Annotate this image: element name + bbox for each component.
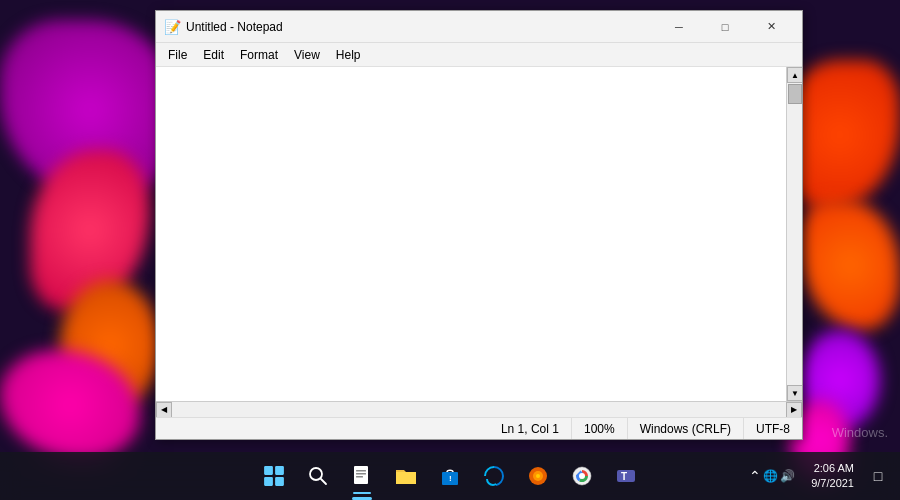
- tray-icons-group[interactable]: ⌃ 🌐 🔊: [743, 464, 801, 488]
- menu-file[interactable]: File: [160, 46, 195, 64]
- speaker-icon: 🔊: [780, 469, 795, 483]
- bg-blob-orange-right: [800, 200, 900, 330]
- system-tray: ⌃ 🌐 🔊 2:06 AM 9/7/2021 □: [743, 456, 892, 496]
- svg-point-16: [579, 473, 585, 479]
- vertical-scrollbar[interactable]: ▲ ▼: [786, 67, 802, 401]
- scroll-left-button[interactable]: ◀: [156, 402, 172, 418]
- notepad-taskbar-icon: [350, 464, 374, 488]
- firefox-button[interactable]: [518, 456, 558, 496]
- status-zoom: 100%: [572, 418, 628, 439]
- file-explorer-icon: [394, 464, 418, 488]
- close-button[interactable]: ✕: [748, 11, 794, 43]
- svg-line-5: [321, 479, 326, 484]
- windows-logo-icon: [263, 465, 285, 487]
- svg-rect-0: [264, 466, 273, 475]
- app-icon: 📝: [164, 19, 180, 35]
- teams-button[interactable]: T: [606, 456, 646, 496]
- network-icon: 🌐: [763, 469, 778, 483]
- file-explorer-button[interactable]: [386, 456, 426, 496]
- notification-icon: □: [874, 468, 882, 484]
- clock[interactable]: 2:06 AM 9/7/2021: [805, 459, 860, 494]
- edge-button[interactable]: [474, 456, 514, 496]
- scroll-up-button[interactable]: ▲: [787, 67, 802, 83]
- svg-point-4: [310, 468, 322, 480]
- svg-text:!: !: [449, 474, 452, 483]
- teams-icon: T: [614, 464, 638, 488]
- search-button[interactable]: [298, 456, 338, 496]
- taskbar-center: !: [254, 456, 646, 496]
- status-position: Ln 1, Col 1: [489, 418, 572, 439]
- chevron-up-icon: ⌃: [749, 468, 761, 484]
- notepad-window: 📝 Untitled - Notepad ─ □ ✕ File Edit For…: [155, 10, 803, 440]
- menu-format[interactable]: Format: [232, 46, 286, 64]
- firefox-icon: [526, 464, 550, 488]
- minimize-button[interactable]: ─: [656, 11, 702, 43]
- maximize-button[interactable]: □: [702, 11, 748, 43]
- title-bar: 📝 Untitled - Notepad ─ □ ✕: [156, 11, 802, 43]
- window-title: Untitled - Notepad: [186, 20, 656, 34]
- scroll-track-h[interactable]: [172, 402, 786, 417]
- clock-time: 2:06 AM: [814, 461, 854, 476]
- window-controls: ─ □ ✕: [656, 11, 794, 43]
- search-icon: [308, 466, 328, 486]
- status-encoding: UTF-8: [744, 418, 802, 439]
- desktop: 📝 Untitled - Notepad ─ □ ✕ File Edit For…: [0, 0, 900, 500]
- edge-icon: [482, 464, 506, 488]
- text-area-container: ▲ ▼: [156, 67, 802, 401]
- notepad-taskbar-button[interactable]: [342, 456, 382, 496]
- clock-date: 9/7/2021: [811, 476, 854, 491]
- status-bar: Ln 1, Col 1 100% Windows (CRLF) UTF-8: [156, 417, 802, 439]
- svg-rect-1: [275, 466, 284, 475]
- menu-help[interactable]: Help: [328, 46, 369, 64]
- notification-button[interactable]: □: [864, 456, 892, 496]
- svg-rect-6: [354, 466, 368, 484]
- scroll-right-icon: ▶: [791, 405, 797, 414]
- taskbar: !: [0, 452, 900, 500]
- horizontal-scrollbar[interactable]: ◀ ▶: [156, 401, 802, 417]
- svg-rect-7: [356, 470, 366, 472]
- menu-edit[interactable]: Edit: [195, 46, 232, 64]
- svg-rect-9: [356, 476, 363, 478]
- chrome-button[interactable]: [562, 456, 602, 496]
- start-button[interactable]: [254, 456, 294, 496]
- scroll-track-v[interactable]: [787, 83, 802, 385]
- scroll-left-icon: ◀: [161, 405, 167, 414]
- scroll-right-button[interactable]: ▶: [786, 402, 802, 418]
- menu-bar: File Edit Format View Help: [156, 43, 802, 67]
- svg-rect-2: [264, 477, 273, 486]
- menu-view[interactable]: View: [286, 46, 328, 64]
- windows-watermark: Windows.: [832, 425, 888, 440]
- svg-rect-8: [356, 473, 366, 475]
- store-button[interactable]: !: [430, 456, 470, 496]
- active-indicator: [353, 492, 371, 494]
- text-editor[interactable]: [156, 67, 786, 401]
- store-icon: !: [438, 464, 462, 488]
- status-line-ending: Windows (CRLF): [628, 418, 744, 439]
- scroll-down-icon: ▼: [791, 389, 799, 398]
- svg-rect-3: [275, 477, 284, 486]
- svg-point-14: [536, 474, 540, 478]
- chrome-icon: [570, 464, 594, 488]
- scroll-thumb-v[interactable]: [788, 84, 802, 104]
- scroll-up-icon: ▲: [791, 71, 799, 80]
- svg-text:T: T: [621, 471, 627, 482]
- scroll-down-button[interactable]: ▼: [787, 385, 802, 401]
